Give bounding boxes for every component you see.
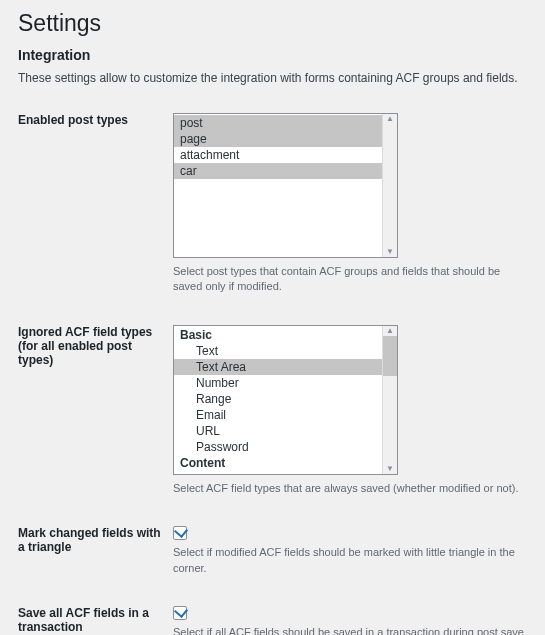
enabled-post-types-listbox[interactable]: postpageattachmentcar ▲ ▼ <box>173 113 398 258</box>
row-mark-changed: Mark changed fields with a triangle Sele… <box>18 516 527 596</box>
scroll-down-icon[interactable]: ▼ <box>383 247 397 257</box>
field-type-group: Basic <box>174 327 383 343</box>
field-type-option[interactable]: Email <box>174 407 383 423</box>
label-mark-changed: Mark changed fields with a triangle <box>18 516 173 596</box>
scroll-down-icon[interactable]: ▼ <box>383 464 397 474</box>
save-transaction-checkbox[interactable] <box>173 606 187 620</box>
field-type-group: Content <box>174 455 383 471</box>
page-title: Settings <box>18 10 527 37</box>
label-enabled-post-types: Enabled post types <box>18 103 173 315</box>
section-title: Integration <box>18 47 527 63</box>
row-save-transaction: Save all ACF fields in a transaction Sel… <box>18 596 527 635</box>
scrollbar[interactable]: ▲ ▼ <box>382 114 397 257</box>
scrollbar[interactable]: ▲ ▼ <box>382 326 397 474</box>
field-type-option[interactable]: Number <box>174 375 383 391</box>
form-table: Enabled post types postpageattachmentcar… <box>18 103 527 635</box>
field-type-option[interactable]: Range <box>174 391 383 407</box>
post-type-option[interactable]: page <box>174 131 383 147</box>
row-enabled-post-types: Enabled post types postpageattachmentcar… <box>18 103 527 315</box>
desc-mark-changed: Select if modified ACF fields should be … <box>173 545 527 576</box>
row-ignored-field-types: Ignored ACF field types (for all enabled… <box>18 315 527 516</box>
label-ignored-field-types: Ignored ACF field types (for all enabled… <box>18 315 173 516</box>
ignored-field-types-listbox[interactable]: BasicTextText AreaNumberRangeEmailURLPas… <box>173 325 398 475</box>
label-save-transaction: Save all ACF fields in a transaction <box>18 596 173 635</box>
post-type-option[interactable]: car <box>174 163 383 179</box>
intro-text: These settings allow to customize the in… <box>18 71 527 85</box>
field-type-option[interactable]: Image <box>174 471 383 474</box>
post-type-option[interactable]: post <box>174 115 383 131</box>
settings-page: Settings Integration These settings allo… <box>0 0 545 635</box>
mark-changed-checkbox[interactable] <box>173 526 187 540</box>
post-type-option[interactable]: attachment <box>174 147 383 163</box>
field-type-option[interactable]: Password <box>174 439 383 455</box>
field-type-option[interactable]: URL <box>174 423 383 439</box>
field-type-option[interactable]: Text Area <box>174 359 383 375</box>
desc-ignored-field-types: Select ACF field types that are always s… <box>173 481 527 496</box>
field-type-option[interactable]: Text <box>174 343 383 359</box>
scroll-up-icon[interactable]: ▲ <box>383 114 397 124</box>
scroll-thumb[interactable] <box>383 336 397 376</box>
desc-save-transaction: Select if all ACF fields should be saved… <box>173 625 527 635</box>
scroll-up-icon[interactable]: ▲ <box>383 326 397 336</box>
desc-enabled-post-types: Select post types that contain ACF group… <box>173 264 527 295</box>
